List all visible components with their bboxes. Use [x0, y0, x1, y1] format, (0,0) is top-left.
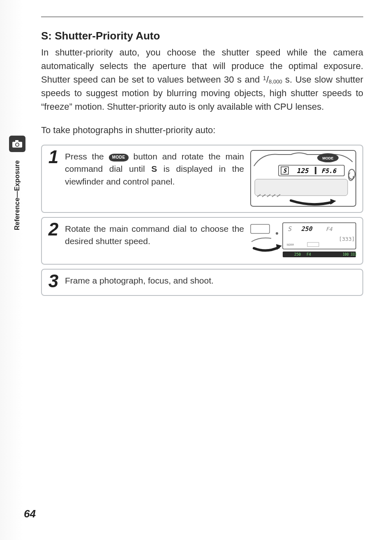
illus2-norm: NORM — [287, 243, 294, 247]
step-3: 3 Frame a photograph, focus, and shoot. — [41, 269, 363, 296]
step2-text: Rotate the main command dial to choose t… — [65, 224, 244, 246]
svg-point-17 — [16, 143, 18, 146]
svg-point-11 — [276, 232, 278, 235]
svg-point-6 — [348, 169, 355, 179]
illus-panel-shutter: 125 — [297, 167, 309, 175]
steps-list: 1 Press the MODE button and rotate the m… — [41, 145, 363, 296]
step-number: 2 — [48, 220, 59, 238]
step-number: 3 — [48, 272, 59, 290]
step-number: 1 — [48, 148, 59, 166]
svg-rect-15 — [15, 140, 18, 142]
svg-rect-5 — [255, 179, 348, 196]
illus-panel-aperture: F5.6 — [321, 167, 337, 175]
fraction-numerator: 1 — [263, 74, 266, 81]
step-2: 2 Rotate the main command dial to choose… — [41, 217, 363, 265]
step-1: 1 Press the MODE button and rotate the m… — [41, 145, 363, 213]
illus2-lcd-count: [333] — [339, 236, 355, 242]
illus2-vf-right: 100 333 — [343, 253, 357, 256]
step-text: Frame a photograph, focus, and shoot. — [65, 274, 357, 287]
step1-illustration: MODE S 125 F5.6 — [250, 150, 357, 207]
side-tab: Reference—Exposure — [9, 136, 25, 230]
section-heading: S: Shutter-Priority Auto — [41, 30, 363, 42]
step2-illustration: S 250 F4 [333] NORM 250 F4 — [250, 222, 357, 259]
step1-bold: S — [151, 164, 157, 173]
illus-mode-label: MODE — [323, 156, 334, 160]
svg-rect-10 — [251, 224, 270, 233]
step3-text: Frame a photograph, focus, and shoot. — [65, 276, 214, 285]
illus2-vf-aperture: F4 — [307, 252, 311, 256]
step-text: Press the MODE button and rotate the mai… — [65, 150, 244, 188]
step1-text-a: Press the — [65, 152, 109, 161]
illus2-lcd-shutter: 250 — [301, 225, 313, 233]
fraction-denominator: 8,000 — [269, 78, 282, 85]
camera-icon — [9, 136, 25, 152]
illus2-lcd-aperture: F4 — [326, 226, 333, 232]
intro-paragraph: In shutter-priority auto, you choose the… — [41, 46, 363, 113]
top-rule — [41, 16, 363, 17]
svg-rect-4 — [315, 167, 316, 174]
svg-marker-12 — [276, 244, 282, 250]
svg-rect-0 — [251, 150, 356, 206]
step-text: Rotate the main command dial to choose t… — [65, 222, 244, 248]
manual-page: S: Shutter-Priority Auto In shutter-prio… — [0, 0, 392, 540]
side-label: Reference—Exposure — [14, 160, 21, 230]
page-number: 64 — [24, 508, 36, 520]
mode-button-icon: MODE — [109, 154, 129, 162]
lead-sentence: To take photographs in shutter-priority … — [41, 125, 363, 136]
illus2-vf-shutter: 250 — [294, 252, 301, 256]
